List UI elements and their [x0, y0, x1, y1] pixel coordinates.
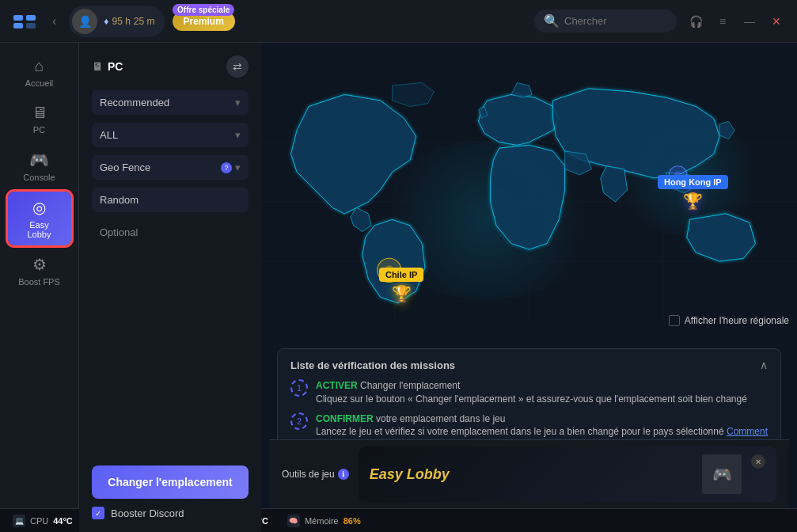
topbar: ‹ 👤 ♦ 95 h 25 m Offre spéciale Premium 🔍… — [0, 0, 797, 43]
chile-label: Chile IP — [379, 268, 423, 282]
close-button[interactable]: ✕ — [765, 10, 788, 32]
content-area: 🖥 PC ⇄ Recommended ▾ ALL ▾ Geo Fence ? ▾ — [79, 43, 797, 532]
easy-lobby-promo: Easy Lobby 🎮 ✕ — [359, 446, 776, 502]
booster-checkbox[interactable]: ✓ — [92, 507, 104, 519]
recommended-chevron: ▾ — [235, 97, 241, 108]
sidebar-item-console[interactable]: 🎮 Console — [8, 144, 71, 188]
search-icon: 🔍 — [544, 13, 560, 28]
hongkong-pin: Hong Kong IP 🏆 — [658, 175, 728, 211]
mission-step-1: 1 ACTIVER Changer l'emplacement Cliquez … — [290, 379, 768, 406]
minimize-button[interactable]: — — [738, 10, 761, 32]
all-label: ALL — [100, 129, 118, 141]
offre-badge: Offre spéciale — [173, 4, 234, 16]
profile-minutes: 25 m — [134, 16, 155, 27]
cpu-value: 44°C — [53, 516, 73, 526]
mission-header: Liste de vérification des missions ∧ — [290, 359, 768, 371]
memory-icon: 🧠 — [287, 515, 300, 527]
tools-info-icon[interactable]: ℹ — [338, 469, 349, 480]
geo-fence-help-icon[interactable]: ? — [221, 162, 232, 173]
sidebar-item-easy-lobby[interactable]: ◎ Easy Lobby — [8, 192, 71, 245]
chile-pin: Chile IP 🏆 — [379, 268, 423, 303]
profile-hours: 95 h — [112, 16, 130, 27]
profile-stats: ♦ 95 h 25 m — [104, 16, 154, 27]
search-input[interactable] — [564, 15, 667, 27]
search-bar[interactable]: 🔍 — [534, 10, 677, 32]
left-panel: 🖥 PC ⇄ Recommended ▾ ALL ▾ Geo Fence ? ▾ — [79, 43, 261, 532]
sidebar-item-boost-fps[interactable]: ⚙ Boost FPS — [8, 249, 71, 293]
svg-rect-0 — [13, 15, 23, 21]
boost-fps-icon: ⚙ — [32, 255, 47, 274]
svg-rect-2 — [26, 15, 36, 21]
step-text-1: ACTIVER Changer l'emplacement Cliquez su… — [316, 379, 747, 406]
svg-rect-1 — [13, 23, 23, 28]
hongkong-label: Hong Kong IP — [658, 175, 728, 189]
switch-button[interactable]: ⇄ — [226, 55, 249, 78]
memory-label: Mémoire — [305, 516, 339, 526]
cpu-label: CPU — [30, 516, 48, 526]
tools-row: Outils de jeu ℹ Easy Lobby 🎮 ✕ — [269, 439, 789, 508]
topbar-icons: 🎧 ≡ — ✕ — [685, 10, 788, 32]
geo-fence-dropdown[interactable]: Geo Fence ? ▾ — [92, 155, 249, 180]
panel-title-text: PC — [108, 60, 123, 73]
cpu-status: 💻 CPU 44°C — [13, 515, 73, 527]
random-option[interactable]: Random — [92, 188, 249, 212]
step2-desc: Lancez le jeu et vérifiez si votre empla… — [316, 426, 727, 437]
regional-time-checkbox[interactable] — [669, 315, 680, 326]
step-num-1: 1 — [290, 379, 308, 397]
memory-status: 🧠 Mémoire 86% — [287, 515, 361, 527]
premium-label: Premium — [184, 16, 224, 27]
pc-panel-icon: 🖥 — [92, 60, 103, 73]
sidebar-label-boost-fps: Boost FPS — [18, 277, 60, 287]
hongkong-pin-icon: 🏆 — [683, 192, 703, 211]
booster-row: ✓ Booster Discord — [92, 507, 249, 519]
back-button[interactable]: ‹ — [47, 11, 61, 32]
avatar: 👤 — [72, 9, 97, 34]
geo-fence-label: Geo Fence — [100, 162, 150, 173]
support-button[interactable]: 🎧 — [685, 10, 707, 32]
promo-close-button[interactable]: ✕ — [751, 454, 765, 469]
regional-time-label: Afficher l'heure régionale — [685, 315, 789, 326]
geo-fence-chevron: ▾ — [235, 162, 241, 173]
main-layout: ⌂ Accueil 🖥 PC 🎮 Console ◎ Easy Lobby ⚙ … — [0, 43, 797, 532]
cpu-icon: 💻 — [13, 515, 25, 527]
home-icon: ⌂ — [34, 57, 44, 75]
sidebar-item-pc[interactable]: 🖥 PC — [8, 97, 71, 141]
panel-title: 🖥 PC — [92, 60, 123, 73]
pc-icon: 🖥 — [32, 104, 47, 122]
console-icon: 🎮 — [29, 150, 49, 169]
tools-label: Outils de jeu ℹ — [282, 469, 349, 480]
diamond-icon: ♦ — [104, 16, 108, 27]
sidebar: ⌂ Accueil 🖥 PC 🎮 Console ◎ Easy Lobby ⚙ … — [0, 43, 79, 532]
app-logo — [9, 6, 40, 36]
sidebar-item-accueil[interactable]: ⌂ Accueil — [8, 51, 71, 94]
premium-button[interactable]: Offre spéciale Premium — [173, 12, 235, 31]
easy-lobby-icon: ◎ — [32, 198, 46, 217]
profile-widget[interactable]: 👤 ♦ 95 h 25 m — [69, 6, 164, 37]
svg-rect-3 — [26, 23, 36, 28]
panel-header: 🖥 PC ⇄ — [92, 55, 249, 78]
all-chevron: ▾ — [235, 129, 241, 141]
mission-title: Liste de vérification des missions — [290, 359, 455, 371]
optional-label: Optional — [92, 220, 249, 245]
change-location-button[interactable]: Changer l'emplacement — [92, 466, 249, 499]
promo-title: Easy Lobby — [370, 466, 450, 483]
sidebar-label-accueil: Accueil — [25, 78, 53, 88]
recommended-label: Recommended — [100, 97, 169, 108]
tag-activer: ACTIVER — [316, 380, 358, 391]
memory-value: 86% — [343, 516, 361, 526]
chile-pin-icon: 🏆 — [392, 284, 412, 303]
mission-collapse-button[interactable]: ∧ — [760, 359, 768, 371]
sidebar-label-console: Console — [23, 173, 55, 182]
map-area: Chile IP 🏆 Hong Kong IP 🏆 Afficher l'heu… — [261, 43, 797, 532]
random-label: Random — [100, 194, 139, 206]
booster-label: Booster Discord — [111, 507, 184, 519]
step-num-2: 2 — [290, 412, 308, 430]
sidebar-label-pc: PC — [33, 125, 45, 135]
sidebar-label-easy-lobby: Easy Lobby — [17, 220, 62, 239]
all-dropdown[interactable]: ALL ▾ — [92, 123, 249, 147]
tag-confirmer: CONFIRMER — [316, 413, 374, 424]
recommended-dropdown[interactable]: Recommended ▾ — [92, 90, 249, 115]
regional-time-row: Afficher l'heure régionale — [669, 315, 789, 326]
menu-button[interactable]: ≡ — [712, 10, 734, 32]
promo-image: 🎮 — [702, 454, 742, 494]
